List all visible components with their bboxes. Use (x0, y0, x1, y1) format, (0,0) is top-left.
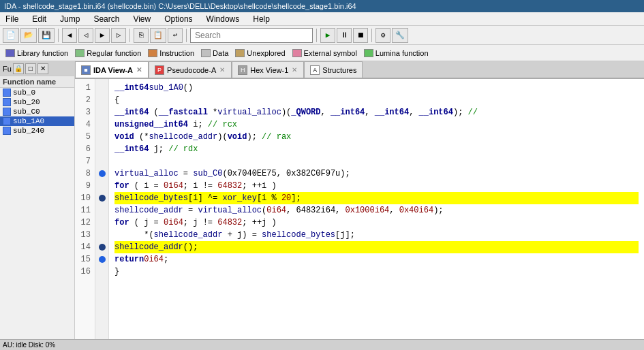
legend-instruction: Instruction (148, 49, 194, 57)
legend-unexplored-label: Unexplored (247, 49, 285, 57)
search-input[interactable] (190, 28, 313, 43)
legend-library-label: Library function (17, 49, 68, 57)
code-line-15[interactable]: return 0i64; (114, 253, 639, 266)
function-list-header-label: Function name (3, 78, 56, 86)
toolbar-sep2 (129, 29, 130, 42)
menu-search[interactable]: Search (91, 13, 122, 25)
menu-jump[interactable]: Jump (57, 13, 82, 25)
tab-label-struct: Structures (322, 66, 356, 74)
menu-help[interactable]: Help (250, 13, 273, 25)
code-line-5[interactable]: void (*shellcode_addr)(void); // rax (114, 131, 639, 143)
app-layout: IDA - shellcode_stage1.bin.i64 (shellcod… (0, 0, 644, 350)
menu-options[interactable]: Options (162, 13, 195, 25)
code-lines: __int64 sub_1A0(){ __int64 (__fastcall *… (109, 79, 644, 339)
code-line-14[interactable]: shellcode_addr(); (114, 241, 639, 253)
dot-cell-16 (97, 266, 107, 278)
code-content[interactable]: 12345678910111213141516 __int64 sub_1A0(… (75, 79, 644, 339)
dot-cell-5 (97, 131, 107, 143)
tab-structures[interactable]: A Structures (304, 61, 363, 78)
panel-btn-float[interactable]: □ (25, 63, 36, 74)
function-name-0: sub_0 (13, 89, 35, 97)
status-bar: AU: idle Disk: 0% (0, 339, 644, 350)
tab-close-ida[interactable]: ✕ (136, 66, 142, 74)
toolbar: 📄 📂 💾 ◀ ◁ ▶ ▷ ⎘ 📋 ↩ ▶ ⏸ ⏹ ⚙ 🔧 (0, 26, 644, 45)
code-line-16[interactable]: } (114, 266, 639, 278)
code-line-2[interactable]: { (114, 94, 639, 106)
code-line-7[interactable] (114, 155, 639, 168)
legend-data-color (201, 49, 211, 57)
code-line-10[interactable]: shellcode_bytes[i] ^= xor_key[i % 20]; (114, 192, 639, 204)
function-icon-2 (3, 108, 11, 116)
code-line-9[interactable]: for ( i = 0i64; i != 64832; ++i ) (114, 180, 639, 192)
tab-close-hex[interactable]: ✕ (291, 66, 298, 74)
function-name-3: sub_1A0 (13, 117, 44, 125)
dot-cell-10 (97, 192, 107, 204)
toolbar-run[interactable]: ▶ (320, 28, 335, 43)
tab-hex-view[interactable]: H Hex View-1 ✕ (232, 61, 304, 78)
legend-external: External symbol (292, 49, 357, 57)
status-text: AU: idle Disk: 0% (3, 341, 55, 349)
function-item-0[interactable]: sub_0 (0, 88, 74, 97)
legend-library: Library function (5, 49, 68, 57)
menu-edit[interactable]: Edit (29, 13, 49, 25)
toolbar-sep1 (58, 29, 59, 42)
code-line-13[interactable]: *(shellcode_addr + j) = shellcode_bytes[… (114, 229, 639, 241)
tab-icon-hex: H (238, 65, 247, 75)
toolbar-open[interactable]: 📂 (20, 28, 37, 43)
tab-label-ida: IDA View-A (93, 66, 133, 74)
dot-cell-2 (97, 94, 107, 106)
code-line-3[interactable]: __int64 (__fastcall *virtual_alloc)(_QWO… (114, 106, 639, 118)
legend-library-color (5, 49, 15, 57)
function-item-4[interactable]: sub_240 (0, 126, 74, 136)
legend-regular: Regular function (75, 49, 141, 57)
menu-windows[interactable]: Windows (204, 13, 243, 25)
code-line-11[interactable]: shellcode_addr = virtual_alloc(0i64, 648… (114, 204, 639, 217)
toolbar-undo[interactable]: ↩ (168, 28, 183, 43)
code-line-4[interactable]: unsigned __int64 i; // rcx (114, 118, 639, 131)
toolbar-paste[interactable]: 📋 (150, 28, 166, 43)
function-icon-3 (3, 117, 11, 125)
function-item-1[interactable]: sub_20 (0, 97, 74, 107)
function-icon-4 (3, 127, 11, 135)
panel-btn-lock[interactable]: 🔒 (13, 63, 24, 74)
toolbar-extra1[interactable]: ⚙ (375, 28, 390, 43)
code-line-8[interactable]: virtual_alloc = sub_C0(0x7040EE75, 0x382… (114, 168, 639, 180)
legend-lumina: Lumina function (364, 49, 429, 57)
menu-file[interactable]: File (3, 13, 21, 25)
code-line-12[interactable]: for ( j = 0i64; j != 64832; ++j ) (114, 217, 639, 229)
views-area: ■ IDA View-A ✕ P Pseudocode-A ✕ H Hex Vi… (75, 61, 644, 339)
function-panel-header: Fu 🔒 □ ✕ (0, 61, 74, 76)
menu-view[interactable]: View (130, 13, 153, 25)
toolbar-pause[interactable]: ⏸ (337, 28, 352, 43)
code-line-6[interactable]: __int64 j; // rdx (114, 143, 639, 155)
tab-icon-ida: ■ (81, 65, 91, 75)
dot-cell-1 (97, 82, 107, 94)
title-bar: IDA - shellcode_stage1.bin.i64 (shellcod… (0, 0, 644, 12)
dot-cell-7 (97, 155, 107, 168)
tab-ida-view[interactable]: ■ IDA View-A ✕ (75, 61, 149, 78)
dot-cell-11 (97, 204, 107, 217)
legend-instruction-color (148, 49, 157, 57)
legend-bar: Library function Regular function Instru… (0, 45, 644, 61)
function-item-2[interactable]: sub_C0 (0, 107, 74, 116)
toolbar-stop[interactable]: ⏹ (353, 28, 368, 43)
dot-cell-15 (97, 253, 107, 266)
tab-close-pseudo[interactable]: ✕ (219, 66, 226, 74)
toolbar-back[interactable]: ◀ (62, 28, 77, 43)
toolbar-extra2[interactable]: 🔧 (392, 28, 408, 43)
legend-regular-color (75, 49, 85, 57)
toolbar-back2[interactable]: ◁ (78, 28, 93, 43)
content-area: Fu 🔒 □ ✕ Function name sub_0 sub_20 (0, 61, 644, 339)
toolbar-fwd2[interactable]: ▷ (111, 28, 126, 43)
code-line-1[interactable]: __int64 sub_1A0() (114, 82, 639, 94)
toolbar-copy[interactable]: ⎘ (134, 28, 149, 43)
legend-data-label: Data (213, 49, 228, 57)
dot-cell-3 (97, 106, 107, 118)
function-name-1: sub_20 (13, 98, 40, 106)
toolbar-fwd[interactable]: ▶ (95, 28, 110, 43)
toolbar-save[interactable]: 💾 (38, 28, 55, 43)
function-item-3[interactable]: sub_1A0 (0, 116, 74, 126)
panel-btn-close[interactable]: ✕ (37, 63, 48, 74)
toolbar-new[interactable]: 📄 (3, 28, 19, 43)
tab-pseudocode[interactable]: P Pseudocode-A ✕ (149, 61, 232, 78)
